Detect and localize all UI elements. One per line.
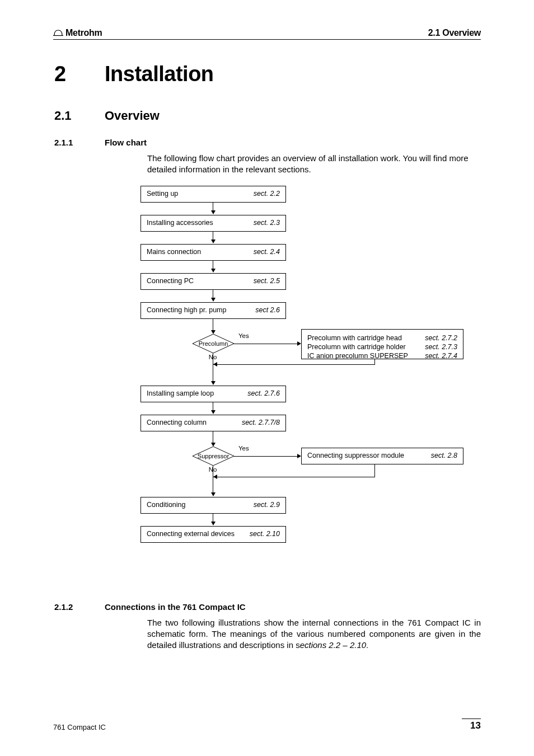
section-title: 2.1Overview (54, 109, 481, 123)
chapter-number: 2 (54, 62, 105, 86)
connector (234, 344, 298, 344)
connector (234, 456, 298, 457)
arrow-right-icon (297, 341, 301, 346)
subsection-2-title: 2.1.2Connections in the 761 Compact IC (54, 602, 481, 612)
brand: Metrohm (53, 28, 102, 38)
subsection-2-name: Connections in the 761 Compact IC (105, 602, 246, 612)
page-number: 13 (462, 719, 481, 731)
flow-box-external-devices: Connecting external devices sect. 2.10 (140, 526, 286, 543)
connections-paragraph: The two following illustrations show the… (147, 617, 481, 651)
decision-yes-label: Yes (238, 445, 255, 452)
page-footer: 761 Compact IC 13 (53, 719, 481, 731)
arrow-down-icon (211, 443, 216, 447)
connector (213, 477, 213, 494)
flow-box-conditioning: Conditioning sect. 2.9 (140, 497, 286, 514)
arrow-down-icon (211, 330, 216, 334)
connector (213, 477, 375, 477)
arrow-left-icon (213, 475, 217, 479)
connector (374, 464, 375, 477)
connector (213, 364, 375, 365)
flow-decision-precolumn: Precolumn (193, 334, 234, 353)
footer-doc-title: 761 Compact IC (53, 723, 106, 731)
arrow-left-icon (213, 362, 217, 367)
arrow-down-icon (211, 298, 216, 302)
chapter-title: 2Installation (54, 62, 481, 86)
connector (213, 364, 213, 382)
flow-box-installing-sample-loop: Installing sample loop sect. 2.7.6 (140, 386, 286, 402)
flowchart-intro: The following flow chart provides an ove… (147, 153, 481, 176)
flow-box-installing-accessories: Installing accessories sect. 2.3 (140, 215, 286, 232)
brand-name: Metrohm (65, 28, 102, 38)
decision-yes-label: Yes (238, 332, 255, 339)
arrow-down-icon (211, 522, 216, 525)
arrow-right-icon (297, 454, 301, 458)
subsection-1-title: 2.1.1Flow chart (54, 138, 481, 147)
section-name: Overview (105, 109, 160, 123)
flow-box-precolumn-options: Precolumn with cartridge head Precolumn … (301, 329, 463, 359)
flow-box-suppressor-module: Connecting suppressor module sect. 2.8 (301, 448, 463, 464)
arrow-down-icon (211, 269, 216, 273)
flow-box-setting-up: Setting up sect. 2.2 (140, 186, 286, 203)
arrow-down-icon (211, 410, 216, 414)
flow-box-connecting-pc: Connecting PC sect. 2.5 (140, 273, 286, 290)
subsection-1-name: Flow chart (105, 138, 147, 147)
subsection-2-number: 2.1.2 (54, 602, 105, 612)
flow-box-mains-connection: Mains connection sect. 2.4 (140, 244, 286, 261)
arrow-down-icon (211, 381, 216, 385)
page-header: Metrohm 2.1 Overview (53, 28, 481, 40)
section-number: 2.1 (54, 109, 105, 123)
flow-box-connecting-pump: Connecting high pr. pump sect 2.6 (140, 302, 286, 319)
arrow-down-icon (211, 492, 216, 496)
metrohm-logo-icon (53, 29, 63, 38)
arrow-down-icon (211, 240, 216, 243)
flow-decision-suppressor: Suppressor (193, 447, 234, 466)
header-section-ref: 2.1 Overview (428, 28, 481, 38)
arrow-down-icon (211, 210, 216, 214)
chapter-name: Installation (105, 62, 214, 86)
flow-box-connecting-column: Connecting column sect. 2.7.7/8 (140, 415, 286, 431)
flowchart: Setting up sect. 2.2 Installing accessor… (140, 186, 465, 564)
subsection-1-number: 2.1.1 (54, 138, 105, 147)
